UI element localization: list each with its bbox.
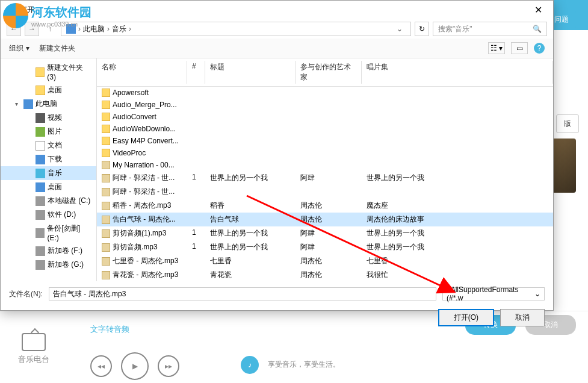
file-list: ApowersoftAudio_Merge_Pro...AudioConvert… [97, 87, 553, 281]
tree-item[interactable]: 视频 [1, 111, 96, 125]
logo-icon [3, 3, 28, 28]
close-button[interactable]: ✕ [529, 4, 547, 16]
tree-item[interactable]: 新加卷 (F:) [1, 244, 96, 258]
dialog-body: 新建文件夹 (3)桌面▾此电脑视频图片文档下载音乐桌面本地磁盘 (C:)软件 (… [1, 58, 553, 281]
preview-button[interactable]: ▭ [511, 42, 528, 54]
file-row[interactable]: Audio_Merge_Pro... [97, 99, 553, 111]
breadcrumb-dropdown[interactable]: ⌄ [394, 25, 406, 33]
tree-item[interactable]: 新加卷 (G:) [1, 258, 96, 272]
toolbar: 组织 ▾ 新建文件夹 ☷ ▾ ▭ ? [1, 39, 553, 58]
logo-cn-text: 河东软件园 [31, 4, 91, 20]
play-button[interactable]: ▶ [121, 352, 149, 380]
open-button[interactable]: 打开(O) [438, 309, 494, 326]
player-controls: ◂◂ ▶ ▸▸ [90, 352, 179, 380]
search-icon: 🔍 [533, 25, 542, 33]
tree-item[interactable]: 新建文件夹 (3) [1, 61, 96, 83]
tree-item[interactable]: 备份[勿删] (E:) [1, 222, 96, 244]
file-row[interactable]: 七里香 - 周杰伦.mp3七里香周杰伦七里香 [97, 254, 553, 268]
breadcrumb-sep: › [129, 25, 131, 33]
tree-item[interactable]: 本地磁盘 (C:) [1, 194, 96, 208]
radio-label: 音乐电台 [18, 354, 49, 365]
file-row[interactable]: VideoProc [97, 147, 553, 159]
file-row[interactable]: 告白气球 - 周杰伦...告白气球周杰伦周杰伦的床边故事 [97, 213, 553, 226]
column-headers: 名称 # 标题 参与创作的艺术家 唱片集 [97, 58, 553, 87]
radio-icon [22, 333, 46, 351]
filename-row: 文件名(N): #AllSupportedFormats (#*.w⌄ [9, 287, 545, 300]
file-row[interactable]: 阿肆 - 郭采洁 - 世...1世界上的另一个我阿肆世界上的另一个我 [97, 171, 553, 185]
new-folder-button[interactable]: 新建文件夹 [39, 43, 75, 54]
tree-item[interactable]: 文档 [1, 139, 96, 152]
format-select[interactable]: #AllSupportedFormats (#*.w⌄ [442, 287, 545, 300]
file-row[interactable]: 阿肆 - 郭采洁 - 世... [97, 185, 553, 199]
file-row[interactable]: My Narration - 00... [97, 159, 553, 171]
file-row[interactable]: AudioWebDownlo... [97, 123, 553, 135]
filename-label: 文件名(N): [9, 289, 43, 299]
col-num[interactable]: # [187, 61, 205, 84]
breadcrumb-item[interactable]: 音乐 [112, 24, 126, 34]
file-row[interactable]: Easy M4P Convert... [97, 135, 553, 147]
radio-section[interactable]: 音乐电台 [18, 333, 49, 365]
tree-item[interactable]: 桌面 [1, 180, 96, 194]
view-button[interactable]: ☷ ▾ [488, 42, 505, 54]
tree-item[interactable]: 音乐 [1, 166, 96, 180]
bg-version-button[interactable]: 版 [556, 114, 579, 133]
chevron-down-icon: ▾ [26, 44, 29, 52]
file-row[interactable]: 剪切音频.mp31世界上的另一个我阿肆世界上的另一个我 [97, 240, 553, 254]
col-album[interactable]: 唱片集 [362, 61, 553, 84]
file-area: 名称 # 标题 参与创作的艺术家 唱片集 ApowersoftAudio_Mer… [97, 58, 553, 281]
dialog-title: 打开 [20, 5, 529, 15]
cancel-button[interactable]: 取消 [500, 309, 545, 326]
file-row[interactable]: 剪切音频(1).mp31世界上的另一个我阿肆世界上的另一个我 [97, 226, 553, 240]
music-note-icon: ♪ [241, 356, 259, 374]
help-button[interactable]: ? [534, 43, 545, 54]
file-open-dialog: 打开 ✕ ← → ↑ › 此电脑 › 音乐 › ⌄ ↻ 搜索"音乐" 🔍 组织 … [0, 0, 554, 311]
tree-item[interactable]: 图片 [1, 125, 96, 139]
dialog-footer: 文件名(N): #AllSupportedFormats (#*.w⌄ 打开(O… [1, 281, 553, 332]
breadcrumb-sep: › [107, 25, 110, 33]
logo-watermark: 河东软件园 www.pc0339.cn [3, 3, 91, 28]
prev-button[interactable]: ◂◂ [90, 355, 112, 377]
col-artist[interactable]: 参与创作的艺术家 [296, 61, 362, 84]
filename-input[interactable] [49, 287, 436, 300]
sidebar-tree: 新建文件夹 (3)桌面▾此电脑视频图片文档下载音乐桌面本地磁盘 (C:)软件 (… [1, 58, 97, 281]
search-placeholder: 搜索"音乐" [438, 24, 533, 34]
logo-url-text: www.pc0339.cn [31, 20, 91, 28]
button-row: 打开(O) 取消 [9, 309, 545, 326]
file-row[interactable]: Apowersoft [97, 87, 553, 99]
refresh-button[interactable]: ↻ [415, 22, 429, 36]
breadcrumb[interactable]: › 此电脑 › 音乐 › ⌄ [61, 22, 411, 36]
col-name[interactable]: 名称 [97, 61, 187, 84]
tree-item[interactable]: ▾此电脑 [1, 97, 96, 111]
file-row[interactable]: 稻香 - 周杰伦.mp3稻香周杰伦魔杰座 [97, 199, 553, 213]
player-slogan: 享受音乐，享受生活。 [268, 360, 340, 370]
file-row[interactable]: AudioConvert [97, 111, 553, 123]
file-row[interactable]: 青花瓷 - 周杰伦.mp3青花瓷周杰伦我很忙 [97, 268, 553, 281]
tree-item[interactable]: 下载 [1, 152, 96, 166]
search-box[interactable]: 搜索"音乐" 🔍 [433, 22, 547, 36]
next-button[interactable]: ▸▸ [158, 355, 179, 377]
tree-item[interactable]: 软件 (D:) [1, 208, 96, 222]
tree-item[interactable]: 桌面 [1, 83, 96, 97]
organize-menu[interactable]: 组织 ▾ [9, 43, 29, 54]
col-title[interactable]: 标题 [205, 61, 296, 84]
